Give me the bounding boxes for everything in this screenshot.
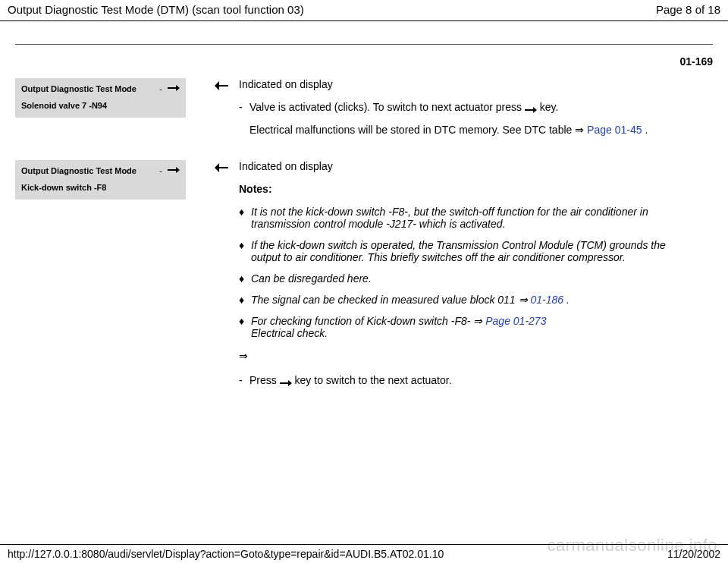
display-line1-row: Output Diagnostic Test Mode - <box>21 166 180 175</box>
footer-url: http://127.0.0.1:8080/audi/servlet/Displ… <box>8 548 444 560</box>
dash-icon: - <box>159 84 162 93</box>
note-item: ♦ For checking function of Kick-down swi… <box>239 315 698 339</box>
note-post2: Electrical check. <box>251 327 328 339</box>
indicated-heading: Indicated on display <box>239 78 698 90</box>
note-text: For checking function of Kick-down switc… <box>251 315 698 339</box>
dash-icon: - <box>159 166 162 175</box>
press-pre: Press <box>249 374 277 386</box>
note-item: ♦ The signal can be checked in measured … <box>239 294 698 306</box>
display-arrow-group: - <box>159 166 180 175</box>
notes-list: ♦ It is not the kick-down switch -F8-, b… <box>239 206 698 339</box>
valve-bullet-pre: Valve is activated (clicks). To switch t… <box>249 101 522 113</box>
bullet-icon: ♦ <box>239 272 251 285</box>
press-post: key to switch to the next actuator. <box>295 374 452 386</box>
note-text: It is not the kick-down switch -F8-, but… <box>251 206 698 230</box>
arrow-right-icon <box>168 166 180 174</box>
valve-bullet: - Valve is activated (clicks). To switch… <box>239 101 698 113</box>
header-title: Output Diagnostic Test Mode (DTM) (scan … <box>8 3 304 16</box>
display-arrow-group: - <box>159 84 180 93</box>
display-box-solenoid: Output Diagnostic Test Mode - Solenoid v… <box>15 78 186 118</box>
dtc-paragraph: Electrical malfunctions will be stored i… <box>249 124 698 136</box>
double-arrow-icon: ⇒ <box>239 350 698 362</box>
notes-label: Notes: <box>239 183 698 195</box>
link-page-01-273[interactable]: Page 01-273 <box>485 315 546 327</box>
page-code: 01-169 <box>15 55 713 68</box>
link-page-01-45[interactable]: Page 01-45 <box>587 124 642 136</box>
display-line2: Solenoid valve 7 -N94 <box>21 101 180 110</box>
bullet-icon: ♦ <box>239 315 251 327</box>
bullet-icon: ♦ <box>239 206 251 218</box>
section-indicator-icon <box>186 78 239 94</box>
note-text: If the kick-down switch is operated, the… <box>251 239 698 263</box>
note-item: ♦ Can be disregarded here. <box>239 272 698 285</box>
section-kickdown: Output Diagnostic Test Mode - Kick-down … <box>15 160 713 397</box>
dtc-para-pre: Electrical malfunctions will be stored i… <box>249 124 572 136</box>
bullet-icon: ♦ <box>239 239 251 251</box>
link-01-186[interactable]: 01-186 <box>530 294 563 306</box>
section-indicator-icon <box>186 160 239 176</box>
display-line1-row: Output Diagnostic Test Mode - <box>21 84 180 93</box>
note-pre: For checking function of Kick-down switc… <box>251 315 482 327</box>
section-solenoid-valve: Output Diagnostic Test Mode - Solenoid v… <box>15 78 713 146</box>
valve-bullet-text: Valve is activated (clicks). To switch t… <box>249 101 698 113</box>
dtc-para-post: . <box>645 124 648 136</box>
note-post: . <box>563 294 570 306</box>
display-line1: Output Diagnostic Test Mode <box>21 84 136 93</box>
page-footer: http://127.0.0.1:8080/audi/servlet/Displ… <box>0 544 728 560</box>
top-divider <box>15 44 713 45</box>
press-key-text: Press key to switch to the next actuator… <box>249 374 698 386</box>
note-text: The signal can be checked in measured va… <box>251 294 698 306</box>
page-header: Output Diagnostic Test Mode (DTM) (scan … <box>0 0 728 21</box>
note-item: ♦ If the kick-down switch is operated, t… <box>239 239 698 263</box>
header-page-label: Page 8 of 18 <box>656 3 720 16</box>
page-content: 01-169 Output Diagnostic Test Mode - Sol… <box>0 21 728 397</box>
note-text: Can be disregarded here. <box>251 272 698 285</box>
display-box-kickdown: Output Diagnostic Test Mode - Kick-down … <box>15 160 186 200</box>
note-item: ♦ It is not the kick-down switch -F8-, b… <box>239 206 698 230</box>
dash-icon: - <box>239 374 249 386</box>
indicated-heading: Indicated on display <box>239 160 698 172</box>
bullet-icon: ♦ <box>239 294 251 306</box>
note-pre: The signal can be checked in measured va… <box>251 294 528 306</box>
arrow-right-icon <box>168 84 180 92</box>
arrow-right-icon <box>280 377 292 385</box>
dash-icon: - <box>239 101 249 113</box>
arrow-right-icon <box>525 104 537 112</box>
valve-bullet-post: key. <box>540 101 559 113</box>
section-body: Indicated on display Notes: ♦ It is not … <box>239 160 713 397</box>
display-line1: Output Diagnostic Test Mode <box>21 166 136 175</box>
display-line2: Kick-down switch -F8 <box>21 183 180 192</box>
section-body: Indicated on display - Valve is activate… <box>239 78 713 146</box>
press-key-line: - Press key to switch to the next actuat… <box>239 374 698 386</box>
footer-date: 11/20/2002 <box>667 548 720 560</box>
